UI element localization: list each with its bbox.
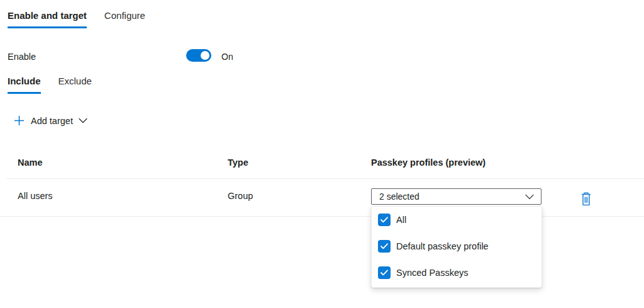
chevron-down-icon	[525, 194, 534, 200]
column-header-name: Name	[18, 157, 43, 168]
delete-row-button[interactable]	[578, 190, 594, 208]
header-divider	[6, 178, 644, 179]
enable-and-target-pane: Enable and target Configure Enable On In…	[0, 0, 644, 308]
toggle-knob	[201, 51, 209, 60]
option-default-passkey-profile[interactable]: Default passkey profile	[372, 240, 541, 253]
toggle-state-label: On	[221, 52, 233, 62]
add-target-button[interactable]: Add target	[14, 115, 87, 126]
plus-icon	[14, 115, 25, 126]
trash-icon	[580, 191, 592, 207]
enable-toggle[interactable]	[186, 49, 211, 62]
tab-enable-and-target[interactable]: Enable and target	[8, 9, 87, 28]
tab-exclude[interactable]: Exclude	[58, 75, 92, 94]
checkmark-icon	[380, 243, 388, 249]
tab-configure[interactable]: Configure	[104, 9, 145, 28]
option-synced-passkeys[interactable]: Synced Passkeys	[372, 266, 541, 279]
select-value: 2 selected	[379, 191, 419, 202]
scope-tab-bar: Include Exclude	[8, 75, 92, 94]
passkey-profiles-dropdown: All Default passkey profile Synced Passk…	[371, 206, 542, 288]
top-tab-bar: Enable and target Configure	[8, 9, 145, 28]
checkbox-checked[interactable]	[378, 240, 391, 253]
checkbox-checked[interactable]	[378, 266, 391, 279]
row-divider	[0, 216, 644, 217]
option-label: Synced Passkeys	[396, 268, 468, 278]
column-header-passkey-profiles: Passkey profiles (preview)	[371, 157, 486, 168]
passkey-profiles-select[interactable]: 2 selected	[371, 188, 541, 205]
row-name-cell: All users	[18, 191, 53, 201]
row-type-cell: Group	[228, 191, 253, 201]
checkmark-icon	[380, 217, 388, 223]
column-header-type: Type	[228, 157, 248, 168]
option-label: All	[396, 215, 406, 225]
chevron-down-icon	[79, 118, 87, 123]
enable-label: Enable	[8, 52, 36, 62]
checkmark-icon	[380, 270, 388, 276]
option-label: Default passkey profile	[396, 241, 489, 251]
add-target-label: Add target	[31, 116, 73, 126]
option-all[interactable]: All	[372, 214, 541, 226]
tab-include[interactable]: Include	[8, 75, 41, 94]
checkbox-checked[interactable]	[378, 214, 391, 226]
